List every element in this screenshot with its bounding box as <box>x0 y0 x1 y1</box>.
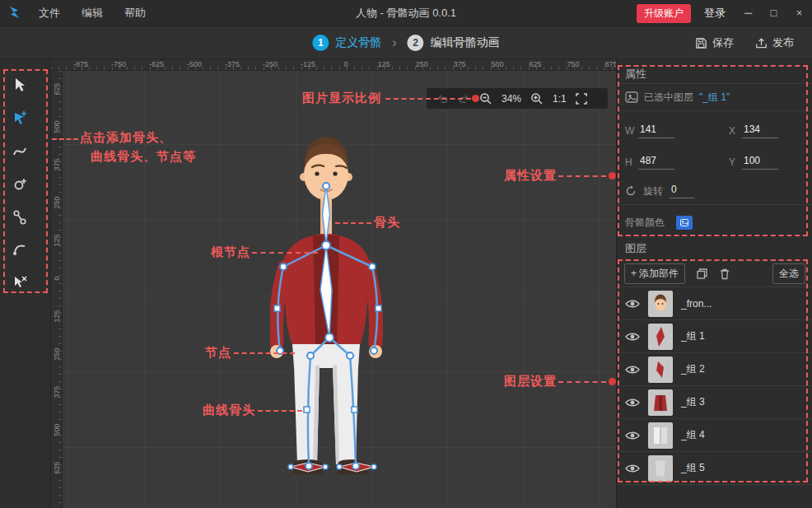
visibility-eye-icon[interactable] <box>625 365 640 375</box>
right-leg-control-point[interactable] <box>352 407 357 412</box>
rotate-icon <box>625 185 637 197</box>
hip-node[interactable] <box>325 333 334 342</box>
visibility-eye-icon[interactable] <box>625 332 640 342</box>
selected-layer-value[interactable]: "_组 1" <box>699 91 730 105</box>
ruler-top: -875-750-625-500-375-250-125012525037550… <box>51 59 616 71</box>
layers-toolbar: + 添加部件 全选 <box>617 262 812 285</box>
selected-layer-row: 已选中图层 "_组 1" <box>617 83 812 111</box>
layer-name: _组 1 <box>681 329 705 343</box>
add-bone-tool[interactable] <box>9 107 30 128</box>
remove-node-tool[interactable] <box>9 272 30 293</box>
ruler-top-number: -625 <box>147 60 166 68</box>
add-part-button[interactable]: + 添加部件 <box>624 263 685 284</box>
add-part-label: 添加部件 <box>639 267 679 281</box>
step1-label[interactable]: 定义骨骼 <box>335 35 381 50</box>
right-shoulder-node[interactable] <box>369 263 376 270</box>
titlebar-right: 升级账户 登录 ─ □ × <box>637 0 812 26</box>
height-input[interactable]: 487 <box>638 155 674 170</box>
layer-row-group5[interactable]: _组 5 <box>617 452 812 485</box>
right-foot-node[interactable] <box>352 463 359 469</box>
select-all-button[interactable]: 全选 <box>772 263 805 284</box>
right-heel-node[interactable] <box>371 464 376 469</box>
layer-row-group4[interactable]: _组 4 <box>617 419 812 452</box>
rotate-input[interactable]: 0 <box>670 184 694 198</box>
left-shoulder-node[interactable] <box>280 263 287 270</box>
visibility-eye-icon[interactable] <box>625 464 640 473</box>
layer-thumbnail <box>648 291 673 317</box>
annotation-node: 节点 <box>205 345 231 361</box>
app-logo-icon <box>7 5 23 21</box>
layer-thumbnail <box>648 422 673 449</box>
layer-row-group3[interactable]: _组 3 <box>617 386 812 419</box>
step1-circle[interactable]: 1 <box>312 35 329 51</box>
fit-screen-icon[interactable] <box>576 93 587 105</box>
right-hip-node[interactable] <box>347 352 353 359</box>
left-foot-node[interactable] <box>306 463 312 469</box>
layer-name: _组 4 <box>681 428 705 442</box>
visibility-eye-icon[interactable] <box>625 299 640 309</box>
ruler-left-number: 250 <box>53 344 61 364</box>
ruler-top-number: 375 <box>450 60 469 68</box>
character-figure[interactable] <box>270 132 390 486</box>
image-layer-icon <box>625 91 638 103</box>
annotation-line <box>258 410 302 412</box>
curve-hook-tool[interactable] <box>9 238 30 259</box>
menu-edit[interactable]: 编辑 <box>71 0 114 26</box>
upgrade-account-button[interactable]: 升级账户 <box>637 4 691 23</box>
ruler-top-number: 875 <box>601 60 616 68</box>
select-tool[interactable] <box>9 74 30 96</box>
window-title: 人物 - 骨骼动画 0.0.1 <box>356 6 456 21</box>
login-button[interactable]: 登录 <box>704 6 726 21</box>
visibility-eye-icon[interactable] <box>625 431 640 440</box>
right-arm-control-point[interactable] <box>376 305 381 311</box>
save-button[interactable]: 保存 <box>695 35 734 50</box>
publish-icon <box>755 37 768 49</box>
size-row: W 141 X 134 <box>625 117 805 145</box>
ruler-left-number: 500 <box>53 117 61 137</box>
annotation-line <box>558 381 606 383</box>
delete-layer-icon[interactable] <box>719 268 730 280</box>
ruler-left-number: 500 <box>53 420 61 440</box>
left-heel-node[interactable] <box>323 464 328 469</box>
width-input[interactable]: 141 <box>638 124 674 138</box>
right-toe-node[interactable] <box>337 464 342 469</box>
wizard-steps: 1 定义骨骼 › 2 编辑骨骼动画 <box>312 26 499 59</box>
layer-row-group2[interactable]: _组 2 <box>617 353 812 386</box>
save-label: 保存 <box>712 35 734 50</box>
duplicate-layer-icon[interactable] <box>696 268 708 280</box>
layer-name: _组 3 <box>681 395 705 409</box>
left-hip-node[interactable] <box>307 352 314 359</box>
close-button[interactable]: × <box>786 0 812 26</box>
left-leg-control-point[interactable] <box>304 407 310 412</box>
layer-row-front[interactable]: _fron... <box>617 287 812 320</box>
ruler-left-number: 125 <box>53 306 61 326</box>
menu-file[interactable]: 文件 <box>28 0 71 26</box>
toolbar-actions: 保存 发布 <box>695 26 794 59</box>
head-node[interactable] <box>323 183 329 189</box>
zoom-ratio-button[interactable]: 1:1 <box>553 93 567 105</box>
zoom-out-icon[interactable] <box>479 92 492 105</box>
divider <box>617 204 812 205</box>
zoom-in-icon[interactable] <box>530 92 544 105</box>
maximize-button[interactable]: □ <box>761 0 786 26</box>
root-node[interactable] <box>322 241 330 249</box>
layer-row-group1[interactable]: _组 1 <box>617 320 812 353</box>
step2-label[interactable]: 编辑骨骼动画 <box>431 35 500 50</box>
x-input[interactable]: 134 <box>742 124 778 138</box>
skeleton-chain-tool[interactable] <box>9 207 30 228</box>
left-arm-control-point[interactable] <box>274 305 280 311</box>
y-input[interactable]: 100 <box>742 155 778 170</box>
ruler-top-number: -875 <box>71 60 91 68</box>
step2-circle[interactable]: 2 <box>408 35 424 51</box>
curve-bone-tool[interactable] <box>9 141 30 162</box>
add-node-tool[interactable] <box>9 174 30 195</box>
publish-button[interactable]: 发布 <box>755 35 794 50</box>
bone-color-label: 骨骼颜色 <box>625 216 665 230</box>
annotation-line <box>252 252 318 254</box>
visibility-eye-icon[interactable] <box>625 398 640 408</box>
menu-help[interactable]: 帮助 <box>114 0 156 26</box>
left-toe-node[interactable] <box>288 464 293 469</box>
bone-color-swatch[interactable] <box>676 216 693 230</box>
right-hand-node[interactable] <box>371 347 377 354</box>
minimize-button[interactable]: ─ <box>735 0 761 26</box>
